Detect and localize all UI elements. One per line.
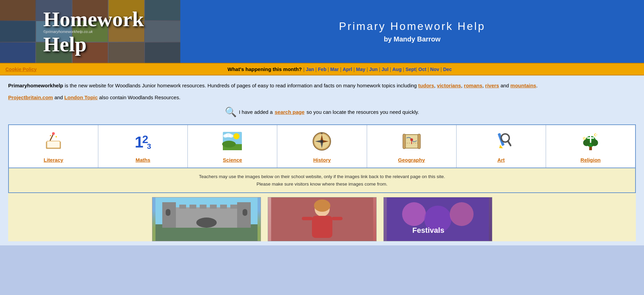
site-title: Primary Homework Help: [339, 20, 485, 33]
svg-point-16: [229, 134, 233, 138]
art-label: Art: [497, 157, 505, 163]
subject-grid: ✦ ✦ Literacy 1 2 3 Maths: [8, 124, 636, 168]
maths-svg: 1 2 3: [133, 131, 153, 152]
svg-rect-39: [590, 135, 591, 143]
monthly-label: What's happening this month?: [228, 66, 302, 72]
link-romans[interactable]: romans: [464, 83, 482, 88]
site-name-bold: Primaryhomeworkhelp: [8, 83, 63, 88]
month-jun[interactable]: Jun: [369, 67, 378, 72]
intro-paragraph: Primaryhomeworkhelp is the new website f…: [8, 82, 636, 90]
search-row: 🔍 I have added a search page so you can …: [8, 106, 636, 118]
logo-background: Homework ©primaryhomeworkhelp.co.uk Help: [0, 0, 180, 63]
month-nov[interactable]: Nov: [430, 67, 439, 72]
subject-science[interactable]: Science: [188, 125, 277, 168]
logo-homework: Homework: [43, 8, 144, 30]
month-may[interactable]: May: [356, 67, 365, 72]
literacy-svg: ✦ ✦: [43, 131, 64, 152]
subject-literacy[interactable]: ✦ ✦ Literacy: [9, 125, 98, 168]
svg-point-13: [222, 141, 236, 148]
history-label: History: [313, 157, 331, 163]
svg-rect-57: [243, 209, 247, 216]
svg-point-61: [314, 199, 330, 212]
svg-point-65: [402, 202, 426, 226]
search-page-link[interactable]: search page: [275, 109, 304, 115]
svg-rect-52: [230, 205, 237, 209]
svg-rect-60: [312, 216, 332, 238]
search-icon: 🔍: [225, 106, 237, 118]
svg-text:3: 3: [147, 142, 151, 151]
svg-point-15: [223, 134, 228, 138]
bottom-notice: Teachers may use the images below on the…: [8, 168, 636, 193]
geography-label: Geography: [398, 157, 425, 163]
maths-label: Maths: [136, 157, 150, 163]
science-label: Science: [223, 157, 242, 163]
svg-rect-62: [302, 217, 313, 220]
image-row: Festivals: [8, 193, 636, 241]
science-svg: [222, 131, 243, 152]
literacy-icon: ✦ ✦: [43, 131, 64, 154]
svg-rect-28: [403, 134, 406, 149]
svg-text:Festivals: Festivals: [412, 226, 444, 235]
religion-icon: ✡ ☪: [580, 131, 601, 154]
subject-history[interactable]: N History: [277, 125, 367, 168]
svg-rect-51: [220, 205, 227, 209]
svg-rect-55: [196, 218, 217, 228]
notice-line2: Please make sure visitors know where the…: [14, 180, 630, 188]
month-mar[interactable]: Mar: [330, 67, 339, 72]
religion-svg: ✡ ☪: [580, 131, 601, 152]
image-celts[interactable]: [268, 197, 377, 241]
month-feb[interactable]: Feb: [318, 67, 327, 72]
site-author: by Mandy Barrow: [384, 35, 441, 43]
subject-geography[interactable]: Geography: [367, 125, 457, 168]
svg-point-4: [52, 132, 55, 135]
project-britain-paragraph: Projectbritain.com and London Topic also…: [8, 94, 636, 100]
month-jul[interactable]: Jul: [382, 67, 389, 72]
month-dec[interactable]: Dec: [443, 67, 452, 72]
london-topic-link[interactable]: London Topic: [64, 94, 98, 100]
svg-text:☪: ☪: [594, 133, 598, 137]
svg-rect-2: [47, 141, 60, 148]
link-tudors[interactable]: tudors: [418, 83, 434, 88]
literacy-label: Literacy: [44, 157, 63, 163]
svg-point-11: [233, 133, 240, 139]
search-text-after: so you can locate the resources you need…: [307, 109, 419, 115]
link-rivers[interactable]: rivers: [485, 83, 499, 88]
art-svg: [491, 131, 511, 152]
svg-rect-50: [210, 205, 217, 209]
subject-maths[interactable]: 1 2 3 Maths: [98, 125, 188, 168]
geography-icon: [401, 131, 422, 154]
month-sept[interactable]: Sept: [406, 67, 416, 72]
svg-point-38: [591, 139, 598, 146]
svg-point-26: [410, 138, 413, 141]
month-jan[interactable]: Jan: [306, 67, 314, 72]
svg-text:N: N: [321, 132, 323, 135]
svg-point-23: [320, 140, 323, 143]
svg-rect-48: [189, 205, 196, 209]
subject-religion[interactable]: ✡ ☪ Religion: [546, 125, 635, 168]
link-mountains[interactable]: mountains: [510, 83, 536, 88]
search-text-before: I have added a: [239, 109, 273, 115]
month-oct[interactable]: Oct: [418, 67, 426, 72]
history-svg: N: [312, 131, 332, 152]
image-castles[interactable]: [152, 197, 261, 241]
image-festivals[interactable]: Festivals: [383, 197, 492, 241]
navbar: Cookie Policy What's happening this mont…: [0, 63, 644, 75]
link-victorians[interactable]: victorians: [437, 83, 461, 88]
subject-art[interactable]: Art: [457, 125, 546, 168]
svg-text:✡: ✡: [582, 136, 586, 141]
month-aug[interactable]: Aug: [392, 67, 401, 72]
svg-line-33: [508, 141, 511, 145]
svg-rect-63: [332, 217, 343, 220]
maths-icon: 1 2 3: [133, 131, 153, 154]
svg-rect-56: [166, 209, 170, 216]
svg-rect-40: [587, 137, 594, 139]
cookie-policy-link[interactable]: Cookie Policy: [5, 67, 37, 72]
religion-label: Religion: [580, 157, 600, 163]
header-right: Primary Homework Help by Mandy Barrow: [180, 0, 644, 63]
projectbritain-link[interactable]: Projectbritain.com: [8, 94, 53, 100]
header: Homework ©primaryhomeworkhelp.co.uk Help…: [0, 0, 644, 63]
month-apr[interactable]: Aprl: [343, 67, 352, 72]
intro-text-1: is the new website for Woodlands Junior …: [65, 83, 418, 88]
svg-rect-49: [200, 205, 207, 209]
notice-line1: Teachers may use the images below on the…: [14, 173, 630, 180]
